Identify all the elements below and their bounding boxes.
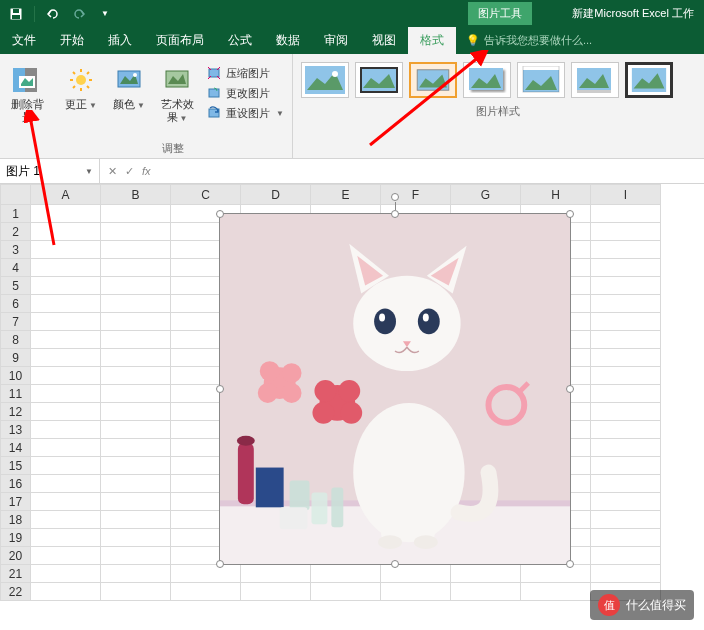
fx-button[interactable]: fx bbox=[142, 165, 151, 177]
resize-handle-br[interactable] bbox=[566, 560, 574, 568]
row-header[interactable]: 15 bbox=[1, 457, 31, 475]
row-header[interactable]: 20 bbox=[1, 547, 31, 565]
svg-line-14 bbox=[73, 86, 75, 88]
row-header[interactable]: 4 bbox=[1, 259, 31, 277]
svg-line-12 bbox=[73, 72, 75, 74]
tell-me[interactable]: 💡 告诉我您想要做什么... bbox=[456, 33, 592, 48]
row-header[interactable]: 19 bbox=[1, 529, 31, 547]
change-picture-button[interactable]: 更改图片 bbox=[204, 84, 286, 102]
tab-home[interactable]: 开始 bbox=[48, 27, 96, 54]
watermark-text: 什么值得买 bbox=[626, 597, 686, 614]
row-header[interactable]: 9 bbox=[1, 349, 31, 367]
svg-rect-52 bbox=[331, 487, 343, 527]
qat-customize-button[interactable]: ▼ bbox=[95, 4, 115, 24]
picture-style-7[interactable] bbox=[625, 62, 673, 98]
svg-point-43 bbox=[312, 402, 334, 424]
picture-style-5[interactable] bbox=[517, 62, 565, 98]
row-header[interactable]: 11 bbox=[1, 385, 31, 403]
resize-handle-mr[interactable] bbox=[566, 385, 574, 393]
ribbon: 删除背景 更正▼ 颜色▼ 艺术效果▼ bbox=[0, 54, 704, 159]
svg-rect-30 bbox=[577, 90, 611, 93]
col-header[interactable]: E bbox=[311, 185, 381, 205]
remove-background-label: 删除背景 bbox=[8, 98, 46, 124]
row-header[interactable]: 3 bbox=[1, 241, 31, 259]
picture-style-1[interactable] bbox=[301, 62, 349, 98]
rotate-handle[interactable] bbox=[391, 193, 399, 201]
row-header[interactable]: 22 bbox=[1, 583, 31, 601]
save-button[interactable] bbox=[6, 4, 26, 24]
resize-handle-tl[interactable] bbox=[216, 210, 224, 218]
corrections-button[interactable]: 更正▼ bbox=[60, 62, 102, 113]
tab-view[interactable]: 视图 bbox=[360, 27, 408, 54]
document-title: 新建Microsoft Excel 工作 bbox=[572, 6, 694, 21]
row-header[interactable]: 10 bbox=[1, 367, 31, 385]
row-header[interactable]: 21 bbox=[1, 565, 31, 583]
undo-button[interactable] bbox=[43, 4, 63, 24]
col-header[interactable]: B bbox=[101, 185, 171, 205]
color-icon bbox=[113, 64, 145, 96]
resize-handle-tr[interactable] bbox=[566, 210, 574, 218]
compress-pictures-button[interactable]: 压缩图片 bbox=[204, 64, 286, 82]
col-header[interactable]: G bbox=[451, 185, 521, 205]
row-header[interactable]: 1 bbox=[1, 205, 31, 223]
svg-point-62 bbox=[423, 313, 429, 321]
row-header[interactable]: 14 bbox=[1, 439, 31, 457]
col-header[interactable]: A bbox=[31, 185, 101, 205]
svg-line-15 bbox=[87, 72, 89, 74]
redo-button[interactable] bbox=[69, 4, 89, 24]
quick-access-toolbar: ▼ bbox=[0, 4, 121, 24]
row-header[interactable]: 13 bbox=[1, 421, 31, 439]
artistic-effects-button[interactable]: 艺术效果▼ bbox=[156, 62, 198, 126]
color-button[interactable]: 颜色▼ bbox=[108, 62, 150, 113]
col-header[interactable]: H bbox=[521, 185, 591, 205]
svg-point-39 bbox=[282, 383, 302, 403]
picture-style-6[interactable] bbox=[571, 62, 619, 98]
picture-styles-gallery bbox=[299, 58, 698, 102]
svg-point-59 bbox=[374, 308, 396, 334]
row-header[interactable]: 16 bbox=[1, 475, 31, 493]
cancel-formula-button[interactable]: ✕ bbox=[108, 165, 117, 178]
resize-handle-ml[interactable] bbox=[216, 385, 224, 393]
col-header[interactable]: C bbox=[171, 185, 241, 205]
watermark-badge: 值 bbox=[598, 594, 620, 616]
tab-page-layout[interactable]: 页面布局 bbox=[144, 27, 216, 54]
tab-insert[interactable]: 插入 bbox=[96, 27, 144, 54]
svg-point-41 bbox=[314, 380, 336, 402]
tab-formulas[interactable]: 公式 bbox=[216, 27, 264, 54]
row-header[interactable]: 2 bbox=[1, 223, 31, 241]
resize-handle-bl[interactable] bbox=[216, 560, 224, 568]
svg-point-47 bbox=[237, 436, 255, 446]
col-header[interactable]: I bbox=[591, 185, 661, 205]
row-header[interactable]: 17 bbox=[1, 493, 31, 511]
select-all-corner[interactable] bbox=[1, 185, 31, 205]
row-header[interactable]: 5 bbox=[1, 277, 31, 295]
picture-styles-label: 图片样式 bbox=[299, 102, 698, 121]
row-header[interactable]: 12 bbox=[1, 403, 31, 421]
name-box[interactable]: 图片 1 ▼ bbox=[0, 159, 100, 183]
tab-file[interactable]: 文件 bbox=[0, 27, 48, 54]
accept-formula-button[interactable]: ✓ bbox=[125, 165, 134, 178]
row-header[interactable]: 7 bbox=[1, 313, 31, 331]
picture-style-4[interactable] bbox=[463, 62, 511, 98]
resize-handle-tm[interactable] bbox=[391, 210, 399, 218]
resize-handle-bm[interactable] bbox=[391, 560, 399, 568]
svg-point-56 bbox=[378, 535, 402, 549]
reset-icon bbox=[206, 105, 222, 121]
col-header[interactable]: D bbox=[241, 185, 311, 205]
row-header[interactable]: 8 bbox=[1, 331, 31, 349]
svg-point-44 bbox=[340, 402, 362, 424]
embedded-picture[interactable] bbox=[219, 213, 571, 565]
tab-review[interactable]: 审阅 bbox=[312, 27, 360, 54]
picture-style-3[interactable] bbox=[409, 62, 457, 98]
artistic-effects-icon bbox=[161, 64, 193, 96]
tab-data[interactable]: 数据 bbox=[264, 27, 312, 54]
svg-point-36 bbox=[260, 361, 280, 381]
tab-format[interactable]: 格式 bbox=[408, 27, 456, 54]
svg-rect-20 bbox=[209, 89, 219, 97]
row-header[interactable]: 18 bbox=[1, 511, 31, 529]
remove-background-button[interactable]: 删除背景 bbox=[6, 62, 48, 126]
compress-icon bbox=[206, 65, 222, 81]
reset-picture-button[interactable]: 重设图片▼ bbox=[204, 104, 286, 122]
picture-style-2[interactable] bbox=[355, 62, 403, 98]
row-header[interactable]: 6 bbox=[1, 295, 31, 313]
